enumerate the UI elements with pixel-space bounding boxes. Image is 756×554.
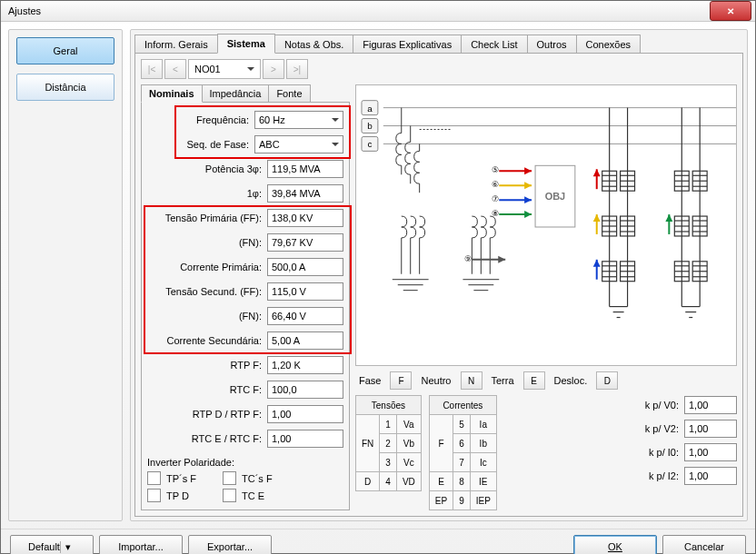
tab-outros[interactable]: Outros (527, 35, 577, 54)
tensoes-2n: 2 (380, 434, 397, 453)
input-iprim[interactable]: 500,0 A (267, 258, 343, 276)
tab-inform-gerais[interactable]: Inform. Gerais (134, 35, 218, 54)
check-tce[interactable] (223, 489, 236, 502)
default-label: Default (28, 541, 60, 552)
tab-sistema[interactable]: Sistema (217, 34, 275, 54)
exportar-button[interactable]: Exportar... (188, 535, 272, 554)
corr-5v: Ia (470, 415, 496, 434)
input-isec[interactable]: 5,00 A (267, 331, 343, 350)
check-tce-label: TC E (242, 490, 264, 501)
input-kpv0[interactable]: 1,00 (684, 396, 737, 414)
cancelar-button[interactable]: Cancelar (662, 535, 746, 554)
window-title: Ajustes (8, 5, 41, 16)
label-rtpf: RTP F: (147, 360, 262, 371)
check-tpsf[interactable] (147, 471, 161, 485)
chevron-down-icon: ▾ (60, 541, 75, 553)
window-body: Geral Distância Inform. Gerais Sistema N… (1, 22, 755, 554)
input-rtpf[interactable]: 1,20 K (267, 356, 343, 374)
input-kpv2[interactable]: 1,00 (684, 420, 737, 438)
value-seqfase: ABC (259, 139, 280, 150)
legend-neutro-btn[interactable]: N (461, 371, 482, 390)
input-rtce[interactable]: 1,00 (267, 430, 343, 448)
nav-first[interactable]: |< (141, 59, 163, 79)
legend-desloc-label: Desloc. (554, 375, 588, 386)
close-icon: ✕ (727, 6, 734, 16)
input-kpi2[interactable]: 1,00 (684, 467, 737, 485)
label-tprimfn: (FN): (147, 237, 262, 248)
corr-fg: F (429, 415, 453, 472)
correntes-table: Correntes F5Ia 6Ib 7Ic E8IE EP9IEP (429, 395, 497, 510)
corr-7n: 7 (453, 453, 471, 472)
svg-marker-32 (498, 256, 505, 263)
svg-marker-20 (524, 167, 532, 174)
check-tpd[interactable] (147, 489, 161, 502)
subtab-nominais[interactable]: Nominais (141, 84, 203, 103)
tab-notas[interactable]: Notas & Obs. (274, 35, 353, 54)
label-pot3: Potência 3φ: (147, 163, 262, 174)
legend-desloc-btn[interactable]: D (596, 371, 618, 390)
input-tsecfn[interactable]: 66,40 V (267, 307, 343, 325)
nav-last[interactable]: >| (286, 59, 308, 79)
sidebar-item-distancia[interactable]: Distância (16, 74, 114, 101)
tensoes-2v: Vb (396, 434, 421, 453)
close-button[interactable]: ✕ (710, 1, 751, 21)
label-pot1: 1φ: (147, 188, 262, 199)
primary-tabs: Inform. Gerais Sistema Notas & Obs. Figu… (134, 34, 743, 54)
corr-5n: 5 (453, 415, 471, 434)
tab-conexoes[interactable]: Conexões (576, 35, 642, 54)
tensoes-title: Tensões (356, 396, 422, 415)
input-pot1[interactable]: 39,84 MVA (267, 184, 343, 203)
corr-9n: 9 (453, 491, 471, 510)
form-column: Nominais Impedância Fonte Frequência:60 … (141, 84, 350, 510)
legend-fase-btn[interactable]: F (390, 371, 412, 390)
label-kpv2: k p/ V2: (632, 423, 679, 434)
corr-9v: IEP (470, 491, 496, 510)
tensoes-fn: FN (356, 415, 380, 472)
ok-button[interactable]: OK (573, 535, 657, 554)
sidebar-item-geral[interactable]: Geral (16, 37, 114, 64)
nav-prev[interactable]: < (164, 59, 186, 79)
input-tprimfn[interactable]: 79,67 KV (267, 233, 343, 252)
svg-text:b: b (367, 122, 373, 132)
input-rtcf[interactable]: 100,0 (267, 381, 343, 399)
input-rtpd[interactable]: 1,00 (267, 405, 343, 423)
tables-row: Tensões FN1Va 2Vb 3Vc D4VD Correntes F5I… (355, 395, 737, 510)
corr-8v: IE (470, 472, 496, 491)
corr-8g: E (429, 472, 453, 491)
svg-text:a: a (367, 104, 373, 114)
tab-checklist[interactable]: Check List (461, 35, 527, 54)
label-kpi0: k p/ I0: (632, 447, 679, 458)
importar-button[interactable]: Importar... (99, 535, 183, 554)
svg-marker-67 (593, 260, 601, 267)
legend-terra-btn[interactable]: E (523, 371, 545, 390)
right-panel: Inform. Gerais Sistema Notas & Obs. Figu… (130, 29, 748, 521)
nav-current[interactable]: NO01 (188, 59, 261, 79)
label-iprim: Corrente Primária: (147, 262, 262, 272)
subtab-impedancia[interactable]: Impedância (202, 84, 270, 103)
label-frequencia: Frequência: (147, 114, 249, 125)
legend-neutro-label: Neutro (421, 375, 451, 386)
label-rtcf: RTC F: (147, 384, 262, 395)
subtab-fonte[interactable]: Fonte (268, 84, 310, 103)
input-kpi0[interactable]: 1,00 (684, 443, 737, 461)
combo-frequencia[interactable]: 60 Hz (254, 111, 343, 129)
nav-next[interactable]: > (263, 59, 284, 79)
legend-row: Fase F Neutro N Terra E Desloc. D (355, 371, 737, 390)
svg-marker-29 (524, 211, 532, 218)
input-pot3[interactable]: 119,5 MVA (267, 160, 343, 178)
tab-figuras[interactable]: Figuras Explicativas (353, 35, 462, 54)
svg-text:⑥: ⑥ (492, 180, 499, 189)
combo-seqfase[interactable]: ABC (254, 135, 343, 153)
default-button[interactable]: Default▾ (10, 535, 94, 554)
input-tsecff[interactable]: 115,0 V (267, 282, 343, 301)
check-tcsf[interactable] (223, 471, 236, 485)
tensoes-4n: 4 (380, 472, 397, 491)
svg-marker-23 (524, 182, 532, 189)
input-tprimff[interactable]: 138,0 KV (267, 209, 343, 227)
corr-9g: EP (429, 491, 453, 510)
subpage-nominais: Frequência:60 Hz Seq. de Fase:ABC Potênc… (141, 102, 350, 510)
label-tprimff: Tensão Primária (FF): (147, 213, 262, 223)
sidebar: Geral Distância (8, 29, 123, 521)
corr-7v: Ic (470, 453, 496, 472)
corr-8n: 8 (453, 472, 471, 491)
